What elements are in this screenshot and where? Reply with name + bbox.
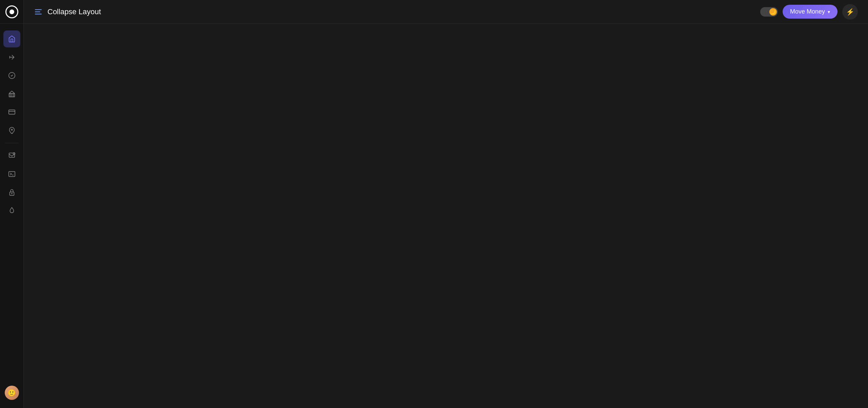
moon-icon: 🌙 — [770, 9, 776, 15]
svg-rect-7 — [8, 110, 15, 114]
hamburger-icon — [34, 7, 43, 16]
header-right: 🌙 Move Money ▾ ⚡ — [760, 4, 858, 20]
sidebar-item-savings[interactable] — [3, 202, 20, 219]
sidebar-item-terminal[interactable] — [3, 166, 20, 182]
svg-point-9 — [11, 129, 13, 130]
sidebar-item-payroll[interactable] — [3, 122, 20, 139]
sidebar-item-cards[interactable] — [3, 104, 20, 121]
toggle-track[interactable]: 🌙 — [760, 7, 778, 17]
toggle-thumb: 🌙 — [769, 8, 777, 16]
collapse-layout-button[interactable] — [34, 7, 43, 16]
approvals-icon — [8, 72, 16, 79]
sidebar-nav — [3, 27, 20, 384]
lightning-icon: ⚡ — [846, 8, 854, 16]
sidebar-logo — [0, 0, 24, 24]
accounts-icon — [8, 90, 16, 98]
sidebar-bottom: 🙂 — [3, 384, 20, 408]
security-icon — [8, 189, 16, 196]
svg-rect-10 — [9, 153, 15, 157]
sidebar-item-security[interactable] — [3, 184, 20, 201]
header: Collapse Layout 🌙 Move Money ▾ ⚡ — [24, 0, 868, 24]
sidebar: 🙂 — [0, 0, 24, 408]
svg-point-15 — [12, 193, 12, 194]
content-area — [24, 24, 868, 408]
sidebar-item-transactions[interactable] — [3, 49, 20, 66]
avatar: 🙂 — [5, 386, 19, 400]
move-money-button[interactable]: Move Money ▾ — [783, 5, 837, 19]
sidebar-item-accounts[interactable] — [3, 85, 20, 102]
cards-icon — [8, 108, 16, 116]
notifications-icon — [8, 152, 16, 159]
lightning-button[interactable]: ⚡ — [842, 4, 858, 20]
logo-circle — [5, 5, 18, 18]
sidebar-item-dashboard[interactable] — [3, 30, 20, 47]
dark-mode-toggle[interactable]: 🌙 — [760, 7, 778, 17]
savings-icon — [8, 207, 16, 214]
payroll-icon — [8, 127, 16, 134]
header-left: Collapse Layout — [34, 7, 101, 16]
transactions-icon — [8, 53, 16, 61]
logo-inner — [9, 9, 14, 14]
main-area: Collapse Layout 🌙 Move Money ▾ ⚡ — [24, 0, 868, 408]
chevron-down-icon: ▾ — [828, 9, 830, 15]
page-title: Collapse Layout — [47, 7, 101, 16]
sidebar-item-approvals[interactable] — [3, 67, 20, 84]
sidebar-divider-1 — [5, 143, 19, 143]
sidebar-item-notifications[interactable] — [3, 147, 20, 164]
dashboard-icon — [8, 35, 16, 43]
move-money-label: Move Money — [790, 8, 825, 15]
user-avatar-button[interactable]: 🙂 — [3, 384, 20, 401]
terminal-icon — [8, 170, 16, 178]
